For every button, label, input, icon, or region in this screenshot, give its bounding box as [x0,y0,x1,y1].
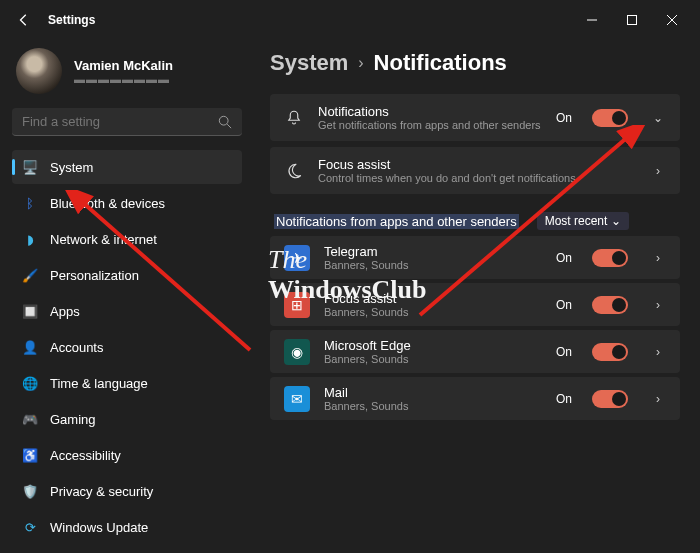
moon-icon [284,161,304,181]
chevron-right-icon: › [650,164,666,178]
sidebar: Vamien McKalin ▬▬▬▬▬▬▬▬ 🖥️System ᛒBlueto… [0,40,250,553]
svg-line-3 [227,124,231,128]
notifications-card[interactable]: Notifications Get notifications from app… [270,94,680,141]
app-name: Mail [324,385,542,400]
app-icon: ⊞ [284,292,310,318]
sort-label: Most recent [545,214,608,228]
chevron-down-icon: ⌄ [611,214,621,228]
app-toggle[interactable] [592,296,628,314]
app-row[interactable]: ✉MailBanners, SoundsOn› [270,377,680,420]
nav-item-accounts[interactable]: 👤Accounts [12,330,242,364]
app-toggle[interactable] [592,249,628,267]
maximize-button[interactable] [612,4,652,36]
app-icon: ✉ [284,386,310,412]
avatar [16,48,62,94]
person-icon: 👤 [22,339,38,355]
notifications-toggle[interactable] [592,109,628,127]
app-sub: Banners, Sounds [324,400,542,412]
breadcrumb: System › Notifications [270,50,680,76]
focus-assist-card[interactable]: Focus assist Control times when you do a… [270,147,680,194]
nav-item-bluetooth[interactable]: ᛒBluetooth & devices [12,186,242,220]
nav-item-update[interactable]: ⟳Windows Update [12,510,242,544]
chevron-right-icon: › [358,54,363,72]
card-subtitle: Control times when you do and don't get … [318,172,628,184]
toggle-state-label: On [556,345,572,359]
nav-item-personalization[interactable]: 🖌️Personalization [12,258,242,292]
maximize-icon [627,15,637,25]
svg-point-2 [219,116,228,125]
chevron-right-icon: › [650,345,666,359]
content-area: System › Notifications Notifications Get… [250,40,700,553]
arrow-left-icon [17,13,31,27]
accessibility-icon: ♿ [22,447,38,463]
profile-block[interactable]: Vamien McKalin ▬▬▬▬▬▬▬▬ [12,40,242,108]
app-name: Telegram [324,244,542,259]
update-icon: ⟳ [22,519,38,535]
nav-label: Personalization [50,268,139,283]
app-list: ✈TelegramBanners, SoundsOn›⊞Focus assist… [270,236,680,420]
titlebar: Settings [0,0,700,40]
close-button[interactable] [652,4,692,36]
app-icon: ◉ [284,339,310,365]
search-box[interactable] [12,108,242,136]
nav-item-network[interactable]: ◗Network & internet [12,222,242,256]
breadcrumb-current: Notifications [374,50,507,76]
app-toggle[interactable] [592,343,628,361]
nav-label: System [50,160,93,175]
chevron-right-icon: › [650,251,666,265]
nav-label: Gaming [50,412,96,427]
app-row[interactable]: ◉Microsoft EdgeBanners, SoundsOn› [270,330,680,373]
section-title: Notifications from apps and other sender… [274,214,519,229]
chevron-down-icon[interactable]: ⌄ [650,111,666,125]
app-sub: Banners, Sounds [324,306,542,318]
nav-item-apps[interactable]: 🔲Apps [12,294,242,328]
card-title: Focus assist [318,157,628,172]
nav-item-privacy[interactable]: 🛡️Privacy & security [12,474,242,508]
section-header: Notifications from apps and other sender… [274,212,680,230]
app-row[interactable]: ✈TelegramBanners, SoundsOn› [270,236,680,279]
svg-rect-1 [628,16,637,25]
bluetooth-icon: ᛒ [22,195,38,211]
search-input[interactable] [22,114,218,129]
search-icon [218,115,232,129]
nav-label: Privacy & security [50,484,153,499]
nav-item-gaming[interactable]: 🎮Gaming [12,402,242,436]
app-sub: Banners, Sounds [324,353,542,365]
display-icon: 🖥️ [22,159,38,175]
toggle-state-label: On [556,298,572,312]
nav-label: Time & language [50,376,148,391]
sort-dropdown[interactable]: Most recent ⌄ [537,212,630,230]
nav-list: 🖥️System ᛒBluetooth & devices ◗Network &… [12,150,242,544]
breadcrumb-parent[interactable]: System [270,50,348,76]
chevron-right-icon: › [650,392,666,406]
app-sub: Banners, Sounds [324,259,542,271]
nav-item-time[interactable]: 🌐Time & language [12,366,242,400]
gamepad-icon: 🎮 [22,411,38,427]
toggle-state-label: On [556,251,572,265]
window-title: Settings [48,13,95,27]
nav-label: Accessibility [50,448,121,463]
nav-label: Accounts [50,340,103,355]
app-row[interactable]: ⊞Focus assistBanners, SoundsOn› [270,283,680,326]
nav-label: Apps [50,304,80,319]
shield-icon: 🛡️ [22,483,38,499]
back-button[interactable] [8,4,40,36]
nav-item-system[interactable]: 🖥️System [12,150,242,184]
globe-icon: 🌐 [22,375,38,391]
wifi-icon: ◗ [22,231,38,247]
card-title: Notifications [318,104,542,119]
nav-item-accessibility[interactable]: ♿Accessibility [12,438,242,472]
nav-label: Windows Update [50,520,148,535]
app-icon: ✈ [284,245,310,271]
minimize-icon [587,15,597,25]
close-icon [667,15,677,25]
bell-icon [284,108,304,128]
card-subtitle: Get notifications from apps and other se… [318,119,542,131]
minimize-button[interactable] [572,4,612,36]
profile-name: Vamien McKalin [74,58,173,73]
nav-label: Network & internet [50,232,157,247]
app-toggle[interactable] [592,390,628,408]
window-controls [572,4,692,36]
chevron-right-icon: › [650,298,666,312]
app-name: Microsoft Edge [324,338,542,353]
